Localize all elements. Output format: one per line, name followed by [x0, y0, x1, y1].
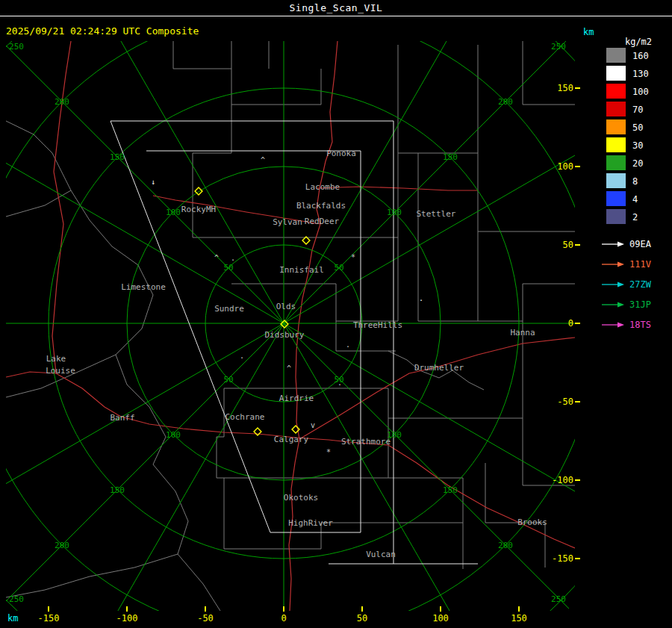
- range-label: 150: [443, 485, 458, 495]
- legend-value: 30: [632, 140, 643, 151]
- range-label: 150: [110, 485, 125, 495]
- city-label-lake: Lake: [46, 354, 66, 364]
- legend-swatch: [606, 102, 626, 116]
- legend-value: 160: [632, 51, 649, 61]
- city-label-vulcan: Vulcan: [366, 550, 396, 559]
- obs-marker: *: [326, 448, 331, 456]
- legend-value: 70: [632, 105, 643, 115]
- legend-swatch: [606, 191, 626, 206]
- city-label-louise: Louise: [46, 366, 75, 376]
- city-label-calgary: Calgary: [274, 435, 309, 444]
- city-label-hanna: Hanna: [510, 328, 535, 338]
- range-label: 250: [9, 42, 24, 52]
- county-boundary: [6, 121, 220, 611]
- city-label-lacombe: Lacombe: [305, 182, 340, 192]
- obs-marker: ^: [214, 254, 219, 262]
- legend-value: 4: [632, 194, 638, 205]
- range-label: 100: [387, 208, 402, 217]
- radar-id-label: 18TS: [629, 320, 651, 330]
- bottom-axis-label: 0: [281, 613, 286, 624]
- bottom-axis-label: 100: [432, 613, 449, 624]
- obs-marker: *: [351, 253, 355, 261]
- bottom-axis-label: -100: [116, 613, 138, 624]
- city-label-innisfail: Innisfail: [279, 265, 324, 275]
- color-scale-legend: 16013010070503020842: [606, 48, 649, 224]
- range-label: 200: [55, 541, 69, 550]
- radar-arrowhead-icon: [617, 302, 624, 308]
- legend-swatch: [606, 48, 626, 63]
- legend-swatch: [606, 66, 626, 81]
- county-boundary: [523, 41, 575, 105]
- legend-swatch: [606, 209, 626, 224]
- bottom-axis: -150-100-50050100150: [38, 606, 527, 624]
- radar-id-legend: 09EA111V27ZW31JP18TS: [602, 239, 652, 330]
- city-label-olds: Olds: [276, 302, 296, 311]
- county-boundary: [173, 41, 231, 69]
- county-boundary: [231, 284, 398, 321]
- highway-12: [317, 187, 478, 190]
- radar-display[interactable]: 5050505010010010010015015015015020020020…: [0, 0, 672, 628]
- range-label: 150: [110, 152, 125, 162]
- radar-arrowhead-icon: [617, 242, 624, 247]
- obs-marker: ·: [337, 381, 342, 389]
- legend-value: 100: [632, 87, 649, 97]
- legend-value: 8: [632, 176, 638, 187]
- range-label: 250: [551, 594, 566, 604]
- range-label: 200: [55, 97, 69, 107]
- radar-arrowhead-icon: [617, 323, 624, 328]
- range-label: 250: [9, 594, 24, 604]
- coverage-edge: [111, 121, 270, 532]
- axis-unit-top: km: [583, 27, 594, 37]
- range-label: 250: [551, 42, 566, 52]
- radar-site-marker: [302, 237, 310, 244]
- county-boundary: [485, 463, 545, 568]
- range-label: 100: [166, 208, 181, 217]
- map-area: [0, 0, 672, 628]
- legend-value: 50: [632, 122, 643, 133]
- legend-swatch: [606, 119, 626, 134]
- obs-marker: ·: [240, 354, 244, 362]
- obs-marker: ^: [287, 364, 291, 373]
- range-label: 100: [166, 430, 181, 440]
- city-label-sylvan: Sylvan: [273, 217, 302, 227]
- obs-marker: ↓: [151, 178, 155, 186]
- range-label: 50: [334, 263, 343, 273]
- bottom-axis-label: 150: [511, 613, 527, 624]
- city-label-drumheller: Drumheller: [414, 363, 464, 373]
- right-axis-label: -100: [552, 475, 573, 485]
- county-boundary: [478, 231, 575, 321]
- right-axis-label: -150: [552, 553, 573, 564]
- right-axis-label: -50: [557, 397, 573, 407]
- radar-arrowhead-icon: [617, 282, 624, 287]
- city-label-stettler: Stettler: [417, 209, 456, 219]
- legend-value: 20: [632, 158, 643, 169]
- city-label-limestone: Limestone: [121, 282, 166, 292]
- city-label-threehills: ThreeHills: [353, 320, 402, 330]
- city-label-strathmore: Strathmore: [341, 437, 391, 447]
- city-label-airdrie: Airdrie: [279, 394, 314, 403]
- range-label: 50: [223, 375, 233, 385]
- bottom-axis-label: -150: [38, 613, 60, 624]
- radar-id-label: 27ZW: [629, 279, 652, 290]
- right-axis-label: 0: [568, 318, 573, 329]
- city-label-banff: Banff: [110, 413, 134, 423]
- city-label-didsbury: Didsbury: [265, 330, 305, 340]
- obs-marker: ·: [231, 256, 235, 264]
- radar-arrowhead-icon: [617, 262, 624, 267]
- obs-marker: ·: [346, 343, 350, 351]
- city-label-ponoka: Ponoka: [326, 149, 356, 158]
- legend-swatch: [606, 173, 626, 188]
- county-boundary: [478, 45, 575, 231]
- city-label-blackfalds: Blackfalds: [296, 201, 346, 211]
- city-label-rockymh: RockyMH: [181, 205, 216, 214]
- radar-id-label: 31JP: [629, 299, 651, 310]
- radar-id-label: 09EA: [629, 239, 652, 249]
- bottom-axis-label: 50: [357, 613, 367, 624]
- city-label-okotoks: Okotoks: [284, 493, 318, 503]
- right-axis-label: 50: [563, 240, 573, 250]
- county-boundary: [224, 478, 321, 549]
- legend-swatch: [606, 155, 626, 170]
- range-label: 150: [443, 152, 458, 162]
- obs-marker: ·: [419, 296, 423, 305]
- city-label-highriver: HighRiver: [288, 518, 333, 528]
